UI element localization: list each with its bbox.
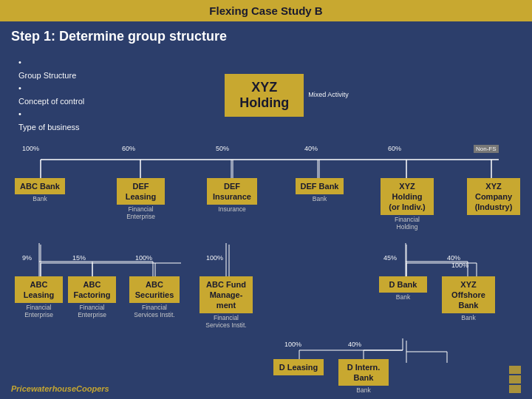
non-fs-label: Non-FS: [474, 145, 499, 153]
pct-xyz-offshore-2: 100%: [451, 262, 468, 269]
pct-abc-leasing: 9%: [22, 254, 32, 262]
pct-xyz-holding-ind: 60%: [388, 145, 401, 152]
node-abc-securities: ABCSecurities FinancialServices Instit.: [129, 276, 180, 319]
node-xyz-holding-ind: XYZHolding(or Indiv.) FinancialHolding: [381, 178, 434, 231]
pct-xyz-offshore: 40%: [447, 254, 460, 262]
nav-icons[interactable]: [509, 366, 521, 393]
connector-lines-2: [11, 145, 528, 399]
node-d-leasing: D Leasing: [273, 359, 324, 376]
tree-diagram: 100% 60% 50% 40% 60% Non-FS ABC Bank Ban…: [11, 145, 528, 399]
node-abc-factoring: ABCFactoring FinancialEnterprise: [68, 276, 116, 319]
title-text: Flexing Case Study B: [209, 4, 322, 17]
pct-def-leasing: 60%: [122, 145, 135, 152]
pct-d-intern-bank: 40%: [348, 341, 361, 348]
pct-d-bank: 45%: [383, 254, 397, 262]
node-def-bank: DEF Bank Bank: [296, 178, 344, 202]
node-d-intern-bank: D Intern.Bank Bank: [338, 359, 389, 395]
node-def-leasing: DEFLeasing FinancialEnterprise: [117, 178, 165, 221]
node-d-bank: D Bank Bank: [379, 276, 427, 301]
xyz-holding-box: XYZ Holding: [225, 74, 304, 117]
nav-icon-2[interactable]: [509, 375, 521, 383]
connector-lines: [11, 145, 528, 399]
pwc-logo: PricewaterhouseCoopers: [11, 384, 109, 393]
pct-abc-factoring: 15%: [72, 254, 86, 262]
node-xyz-company: XYZCompany(Industry): [467, 178, 520, 216]
mixed-activity-label: Mixed Activity: [308, 91, 349, 100]
node-abc-leasing: ABCLeasing FinancialEnterprise: [15, 276, 63, 319]
node-abc-fund: ABC FundManage-ment FinancialServices In…: [200, 276, 253, 330]
pct-abc-fund: 100%: [206, 254, 223, 262]
nav-icon-3[interactable]: [509, 385, 521, 393]
node-xyz-offshore: XYZOffshoreBank Bank: [442, 276, 495, 322]
node-def-insurance: DEFInsurance Insurance: [207, 178, 257, 214]
pct-d-leasing: 100%: [284, 341, 301, 348]
pct-abc-securities: 100%: [135, 254, 152, 262]
nav-icon-1[interactable]: [509, 366, 521, 374]
pct-def-insurance: 50%: [216, 145, 229, 152]
bullet-list: • Group Structure • Concept of control •…: [11, 52, 92, 139]
title-bar: Flexing Case Study B: [0, 0, 532, 21]
pct-def-bank: 40%: [304, 145, 318, 152]
step-title: Step 1: Determine group structure: [11, 29, 521, 44]
pct-abc-bank: 100%: [22, 145, 39, 152]
node-abc-bank: ABC Bank Bank: [15, 178, 65, 202]
